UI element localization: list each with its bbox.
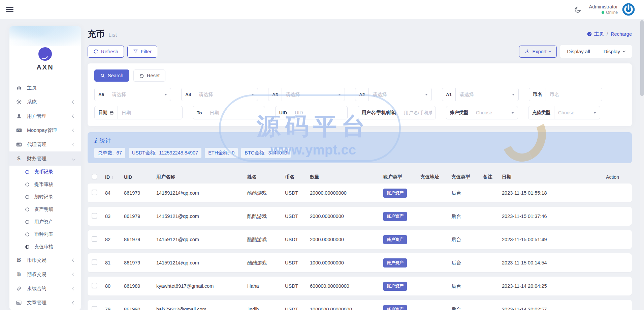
filter-date-from[interactable]: 日期: [94, 106, 183, 119]
sidebar-item-users[interactable]: 用户管理: [9, 109, 81, 123]
vertical-scrollbar: [640, 20, 644, 310]
sidebar-item-system[interactable]: 系统: [9, 95, 81, 109]
filter-uid[interactable]: UID: [275, 106, 348, 119]
newspaper-icon: [15, 300, 22, 306]
stats-banner: i 统计 总单数67 USDT金额112592248.84907 ETH金额0 …: [88, 132, 632, 163]
filter-account-type[interactable]: 账户类型: [446, 106, 518, 119]
row-checkbox[interactable]: [92, 190, 97, 195]
caret-down-icon: [164, 94, 167, 95]
half-circle-icon: [25, 245, 30, 249]
user-menu[interactable]: Administrator Online: [589, 3, 635, 16]
sidebar-item-moonpay[interactable]: CC Moonpay管理: [9, 123, 81, 137]
reset-button[interactable]: Reset: [133, 69, 165, 82]
row-checkbox[interactable]: [92, 283, 97, 288]
uid-input[interactable]: [291, 106, 347, 119]
date-from-input[interactable]: [118, 106, 182, 119]
filter-select-a2[interactable]: A2: [355, 88, 432, 101]
filter-select-a4[interactable]: A4: [181, 88, 258, 101]
user-icon: [15, 113, 22, 119]
online-dot-icon: [602, 11, 604, 14]
sidebar-wave-decoration: [9, 26, 81, 46]
brand-logo[interactable]: AXN: [9, 46, 81, 76]
cell-uid: 861989: [124, 283, 156, 289]
info-icon: i: [94, 137, 96, 144]
scrollbar-thumb[interactable]: [640, 20, 644, 96]
circle-icon: [25, 170, 30, 174]
sidebar-item-home[interactable]: 主页: [9, 81, 81, 95]
filter-select-a3[interactable]: A3: [268, 88, 345, 101]
filter-funnel-icon: [133, 49, 138, 54]
filter-user[interactable]: 用户名/手机/邮箱: [358, 106, 436, 119]
cell-recharge-type: 后台: [451, 190, 483, 196]
avatar[interactable]: [622, 3, 635, 16]
filter-date-to[interactable]: To: [193, 106, 265, 119]
brand-logo-text: AXN: [9, 63, 81, 71]
submenu-item-recharge-review[interactable]: 充值审核: [9, 241, 81, 253]
breadcrumb-separator: /: [607, 31, 608, 37]
account-type-badge: 账户资产: [383, 282, 407, 291]
filter-select-a5-input[interactable]: [108, 88, 164, 101]
submenu-item-recharge-records[interactable]: 充币记录: [9, 166, 81, 178]
undo-icon: [139, 73, 144, 78]
sidebar-item-perpetual[interactable]: 永续合约: [9, 281, 81, 295]
cell-coin: USDT: [285, 307, 310, 310]
filter-coin-name[interactable]: 币名: [529, 88, 602, 101]
column-id[interactable]: ID: [105, 174, 124, 180]
chevron-left-icon: [72, 100, 75, 104]
moon-icon: [574, 6, 582, 13]
coin-name-input[interactable]: [546, 88, 602, 101]
submenu-item-asset-details[interactable]: 资产明细: [9, 203, 81, 216]
sidebar-item-options-trade[interactable]: ฿ 期权交易: [9, 267, 81, 281]
search-button[interactable]: Search: [94, 69, 129, 82]
sidebar-item-articles[interactable]: 文章管理: [9, 295, 81, 310]
caret-down-icon: [511, 112, 514, 114]
filter-select-a2-input[interactable]: [369, 88, 425, 101]
filter-select-a5[interactable]: A5: [94, 88, 171, 101]
refresh-button[interactable]: Refresh: [88, 46, 124, 58]
recharge-type-select[interactable]: [554, 106, 593, 119]
bitcoin-icon: ฿: [15, 272, 22, 277]
user-input[interactable]: [400, 106, 436, 119]
filter-button[interactable]: Filter: [127, 46, 157, 58]
chevron-left-icon: [72, 114, 75, 118]
cell-date: 2023-11-15 01:37:46: [502, 214, 577, 219]
export-button[interactable]: Export: [519, 46, 557, 58]
account-type-badge: 账户资产: [383, 235, 407, 244]
filter-select-a1-input[interactable]: [456, 88, 512, 101]
filter-select-a1[interactable]: A1: [442, 88, 519, 101]
caret-down-icon: [338, 94, 341, 95]
submenu-item-user-assets[interactable]: 用户资产: [9, 216, 81, 228]
cell-id: 84: [105, 190, 124, 196]
select-all-checkbox[interactable]: [92, 174, 97, 179]
sidebar-item-agents[interactable]: 代理管理: [9, 137, 81, 151]
row-checkbox[interactable]: [92, 213, 97, 219]
filter-select-a3-input[interactable]: [282, 88, 338, 101]
cell-coin: USDT: [285, 283, 310, 289]
account-type-select[interactable]: [472, 106, 511, 119]
chevron-left-icon: [72, 301, 75, 304]
date-to-input[interactable]: [206, 106, 265, 119]
column-action: Action: [606, 174, 628, 180]
submenu-item-coin-list[interactable]: 币种列表: [9, 228, 81, 241]
row-checkbox[interactable]: [92, 236, 97, 242]
table-row: 79 861990 hai279312@gmail.com Jndjh USDT…: [88, 300, 632, 310]
cell-uid: 861979: [124, 190, 156, 196]
breadcrumb-home-link[interactable]: 主页: [587, 31, 604, 37]
display-button[interactable]: Display: [597, 45, 632, 58]
topbar: Administrator Online: [0, 0, 644, 19]
sidebar-item-finance[interactable]: $ 财务管理: [9, 151, 81, 166]
link-icon: [15, 286, 22, 291]
cell-id: 79: [105, 307, 124, 310]
table-row: 83 861979 14159121@qq.com 酷酷游戏 USDT 2000…: [88, 207, 632, 226]
submenu-item-transfer-records[interactable]: 划转记录: [9, 191, 81, 203]
sidebar-item-spot-trade[interactable]: B 币币交易: [9, 253, 81, 267]
filter-recharge-type[interactable]: 充值类型: [528, 106, 600, 119]
display-all-button[interactable]: Display all: [560, 45, 597, 58]
row-checkbox[interactable]: [92, 259, 97, 265]
cell-recharge-type: 后台: [451, 213, 483, 220]
filter-select-a4-input[interactable]: [195, 88, 251, 101]
submenu-item-withdraw-review[interactable]: 提币审核: [9, 178, 81, 191]
dark-mode-toggle[interactable]: [574, 6, 582, 13]
row-checkbox[interactable]: [92, 306, 97, 310]
hamburger-menu-icon[interactable]: [6, 5, 13, 13]
